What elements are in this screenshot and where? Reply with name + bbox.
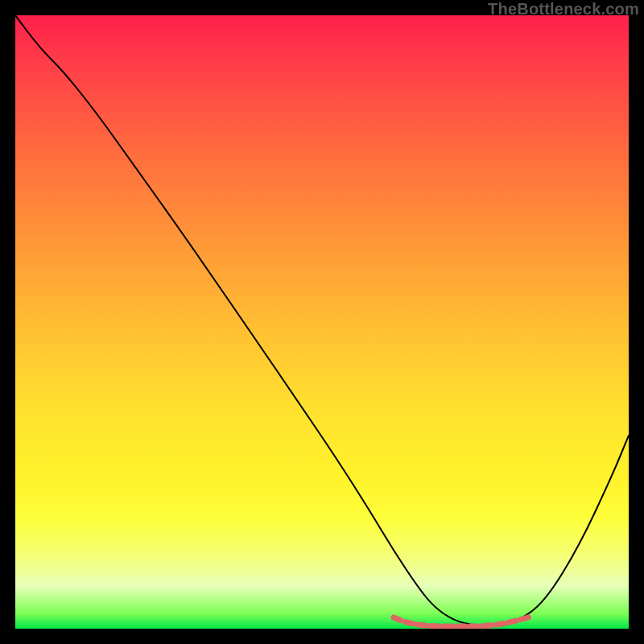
- chart-svg: [15, 15, 629, 629]
- chart-frame: [15, 15, 629, 629]
- bottom-marker-band: [394, 617, 530, 626]
- bottleneck-curve: [15, 15, 629, 625]
- watermark-text: TheBottleneck.com: [488, 0, 639, 19]
